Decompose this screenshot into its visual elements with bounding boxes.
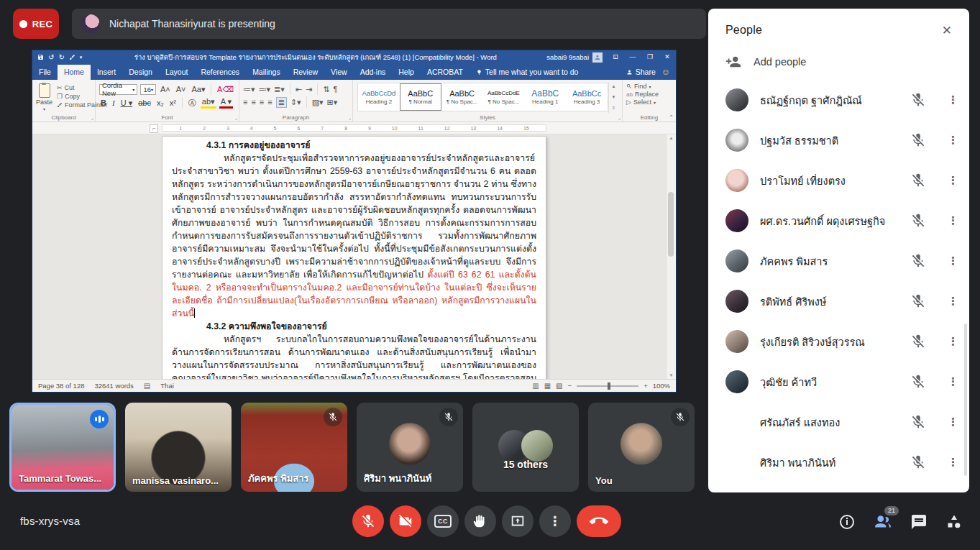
chat-button[interactable] (910, 513, 928, 531)
more-options-icon[interactable]: ⋮ (948, 255, 958, 267)
participant-row[interactable]: รุ่งเกียรติ สิริวงษ์สุวรรณ ⋮ (708, 321, 969, 362)
select-button[interactable]: ▷Select▾ (626, 98, 672, 106)
raise-hand-button[interactable] (464, 505, 496, 537)
video-tile[interactable]: ภัคคพร พิมสาร (241, 403, 347, 492)
close-panel-icon[interactable]: ✕ (942, 24, 952, 37)
zoom-level[interactable]: 100% (653, 382, 670, 390)
italic-button[interactable]: I (111, 98, 116, 108)
people-button[interactable]: 21 (874, 513, 892, 531)
tab-insert[interactable]: Insert (91, 65, 122, 80)
minimize-icon[interactable]: — (624, 50, 641, 64)
participant-row[interactable]: ปราโมทย์ เที่ยงตรง ⋮ (708, 160, 969, 201)
show-formatting-button[interactable]: ¶ (333, 85, 337, 93)
panel-scrollbar[interactable] (964, 324, 967, 476)
styles-gallery-scroll[interactable]: ▲ ▼ ≡ (608, 82, 618, 113)
sort-button[interactable]: ⇅ (323, 85, 329, 94)
more-options-icon[interactable]: ⋮ (948, 174, 958, 187)
more-options-icon[interactable]: ⋮ (948, 416, 958, 428)
style-heading1[interactable]: AaBbC Heading 1 (524, 83, 566, 111)
participant-row[interactable]: ปฐมวัส ธรรมชาติ ⋮ (708, 120, 969, 160)
shading-button[interactable]: ▨▾ (312, 98, 324, 107)
more-options-icon[interactable]: ⋮ (948, 335, 958, 348)
more-options-icon[interactable]: ⋮ (948, 134, 958, 147)
tab-layout[interactable]: Layout (159, 65, 195, 80)
justify-button[interactable]: ≡ (267, 98, 272, 106)
tab-view[interactable]: View (324, 65, 354, 80)
tab-file[interactable]: File (32, 65, 58, 80)
styles-scroll-down-icon[interactable]: ▼ (612, 95, 616, 99)
account-avatar[interactable] (592, 52, 603, 63)
ruler[interactable]: ⌐ 1 2 3 4 5 6 7 8 9 10 11 12 13 14 15 (32, 122, 676, 134)
zoom-slider[interactable] (577, 385, 638, 387)
font-size-combobox[interactable]: 16▾ (140, 84, 156, 95)
styles-dialog-launcher-icon[interactable]: ⌟ (618, 115, 620, 121)
zoom-in-icon[interactable]: + (644, 382, 648, 390)
print-layout-icon[interactable]: ▦ (544, 382, 551, 390)
strikethrough-button[interactable]: abc (137, 98, 152, 108)
replace-button[interactable]: abReplace (626, 91, 672, 98)
style-no-spacing-1[interactable]: AaBbC ¶ No Spac... (441, 83, 483, 111)
style-heading3[interactable]: AaBbCc Heading 3 (566, 83, 608, 111)
styles-scroll-up-icon[interactable]: ▲ (612, 84, 616, 88)
clear-formatting-button[interactable]: A⌫ (216, 84, 235, 94)
more-options-icon[interactable]: ⋮ (948, 214, 958, 227)
borders-button[interactable]: ⊞▾ (327, 98, 338, 107)
page-indicator[interactable]: Page 38 of 128 (38, 382, 84, 390)
tab-mailings[interactable]: Mailings (246, 65, 287, 80)
style-normal[interactable]: AaBbC ¶ Normal (400, 83, 441, 111)
scroll-down-icon[interactable]: ▼ (667, 373, 676, 377)
superscript-button[interactable]: x² (168, 98, 178, 108)
language-indicator[interactable]: Thai (160, 382, 173, 390)
more-options-icon[interactable]: ⋮ (948, 93, 958, 106)
more-options-button[interactable]: ⋮ (539, 505, 571, 537)
document-page[interactable]: 4.3.1 การคงอยู่ของอาจารย์ หลักสูตรฯจัดปร… (162, 136, 546, 379)
collapse-ribbon-icon[interactable]: ⌃ (669, 114, 674, 121)
align-right-button[interactable]: ≡ (260, 98, 264, 106)
video-tile-speaking[interactable]: Tammarat Towas... (9, 403, 116, 492)
grow-font-button[interactable]: A˄ (159, 84, 172, 94)
paste-button[interactable]: Paste ▾ (36, 82, 52, 113)
read-mode-icon[interactable]: ▥ (532, 382, 539, 390)
share-button[interactable]: Share (620, 65, 661, 80)
align-left-button[interactable]: ≡ (243, 98, 247, 106)
tab-references[interactable]: References (194, 65, 246, 80)
feedback-smiley-icon[interactable]: ☺ (661, 65, 676, 80)
mic-toggle-button[interactable] (352, 505, 384, 537)
quick-access-dropdown-icon[interactable]: ▾ (80, 50, 83, 64)
font-name-combobox[interactable]: Cordia New▾ (99, 84, 137, 95)
ribbon-display-options-icon[interactable]: ⊡ (607, 50, 624, 64)
tab-acrobat[interactable]: ACROBAT (421, 65, 470, 80)
subscript-button[interactable]: x₂ (155, 98, 165, 108)
increase-indent-button[interactable]: ⇥ (306, 85, 312, 94)
align-center-button[interactable]: ≡ (251, 98, 255, 106)
tab-home[interactable]: Home (58, 65, 91, 80)
participant-row[interactable]: วุฒิชัย ค้าทวี ⋮ (708, 362, 969, 402)
scrollbar-thumb[interactable] (668, 192, 674, 257)
camera-toggle-button[interactable] (390, 505, 421, 537)
tell-me-box[interactable]: Tell me what you want to do (470, 65, 585, 80)
redo-icon[interactable]: ↻ (58, 50, 64, 64)
present-button[interactable] (502, 505, 533, 537)
proofing-icon[interactable]: ▤ (144, 382, 150, 390)
participant-row[interactable]: ศิริมา พนาภินันท์ ⋮ (708, 442, 969, 482)
paragraph-dialog-launcher-icon[interactable]: ⌟ (349, 115, 351, 121)
captions-button[interactable]: CC (427, 505, 459, 537)
paste-dropdown-icon[interactable]: ▾ (43, 106, 45, 111)
distributed-justify-button[interactable]: ≣ (276, 97, 287, 108)
video-tile[interactable]: ศิริมา พนาภินันท์ (357, 403, 463, 492)
document-scrollbar[interactable]: ▲ ▼ (666, 134, 676, 379)
styles-more-icon[interactable]: ≡ (613, 106, 615, 110)
tab-selector-icon[interactable]: ⌐ (150, 124, 158, 133)
video-tile[interactable]: manissa vasinaro... (125, 403, 232, 492)
word-count[interactable]: 32641 words (94, 382, 133, 390)
participant-row[interactable]: ธณัฏฐ์กฤต ฐาศักฎิณัณ์ ⋮ (708, 80, 969, 120)
restore-icon[interactable]: ❐ (641, 50, 659, 64)
text-effects-button[interactable]: Ⓐ (187, 98, 198, 108)
font-dialog-launcher-icon[interactable]: ⌟ (235, 115, 237, 121)
touch-mode-icon[interactable] (69, 54, 75, 60)
participant-row[interactable]: ผศ.ดร.วนศักดิ์ ผดุงเศรษฐกิจ ⋮ (708, 201, 969, 241)
scroll-up-icon[interactable]: ▲ (667, 136, 676, 140)
tab-help[interactable]: Help (392, 65, 421, 80)
shrink-font-button[interactable]: A˅ (175, 84, 188, 94)
participant-row[interactable]: รติพัทธ์ ศิริพงษ์ ⋮ (708, 281, 969, 321)
